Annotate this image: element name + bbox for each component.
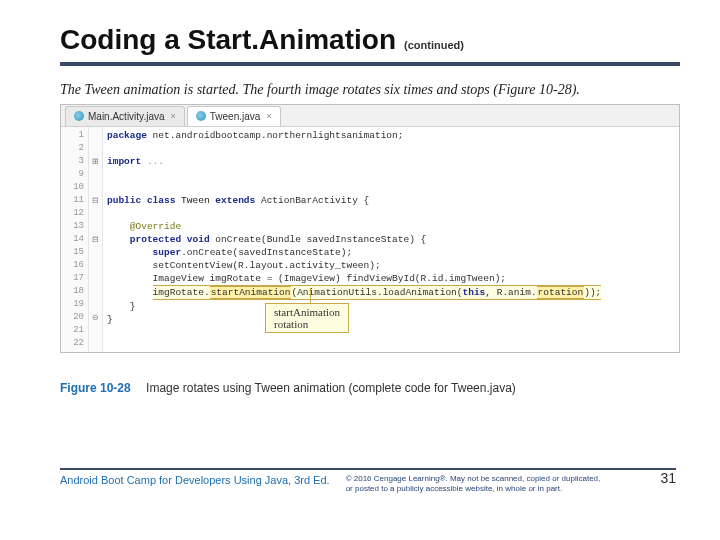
java-icon — [196, 111, 206, 121]
callout-connector — [310, 288, 311, 304]
java-icon — [74, 111, 84, 121]
line-gutter: 1 2 3 9 10 11 12 13 14 15 16 17 18 19 20… — [61, 127, 89, 352]
figure-text: Image rotates using Tween animation (com… — [146, 381, 516, 395]
figure-number: Figure 10-28 — [60, 381, 131, 395]
tab-label: Tween.java — [210, 111, 261, 122]
slide-title: Coding a Start.Animation — [60, 24, 396, 56]
page-number: 31 — [660, 470, 676, 486]
footer: Android Boot Camp for Developers Using J… — [60, 474, 676, 494]
editor-tabs: Main.Activity.java × Tween.java × — [61, 105, 679, 127]
continued-label: (continued) — [404, 39, 464, 51]
footer-rule — [60, 468, 676, 470]
book-title: Android Boot Camp for Developers Using J… — [60, 474, 330, 486]
copyright-text: © 2016 Cengage Learning®. May not be sca… — [346, 474, 606, 494]
fold-column: ⊞⊟⊟⊖ — [89, 127, 103, 352]
intro-text: The Tween animation is started. The four… — [60, 82, 680, 98]
title-rule — [60, 62, 680, 66]
tab-tween[interactable]: Tween.java × — [187, 106, 281, 126]
code-body: package net.androidbootcamp.northernligh… — [103, 127, 679, 352]
tab-label: Main.Activity.java — [88, 111, 165, 122]
figure-caption: Figure 10-28 Image rotates using Tween a… — [60, 381, 680, 395]
close-icon[interactable]: × — [171, 111, 176, 121]
callout-line1: startAnimation — [274, 306, 340, 318]
callout-line2: rotation — [274, 318, 340, 330]
tab-main-activity[interactable]: Main.Activity.java × — [65, 106, 185, 126]
ide-screenshot: Main.Activity.java × Tween.java × 1 2 3 … — [60, 104, 680, 353]
callout-box: startAnimation rotation — [265, 303, 349, 333]
code-area: 1 2 3 9 10 11 12 13 14 15 16 17 18 19 20… — [61, 127, 679, 352]
close-icon[interactable]: × — [266, 111, 271, 121]
